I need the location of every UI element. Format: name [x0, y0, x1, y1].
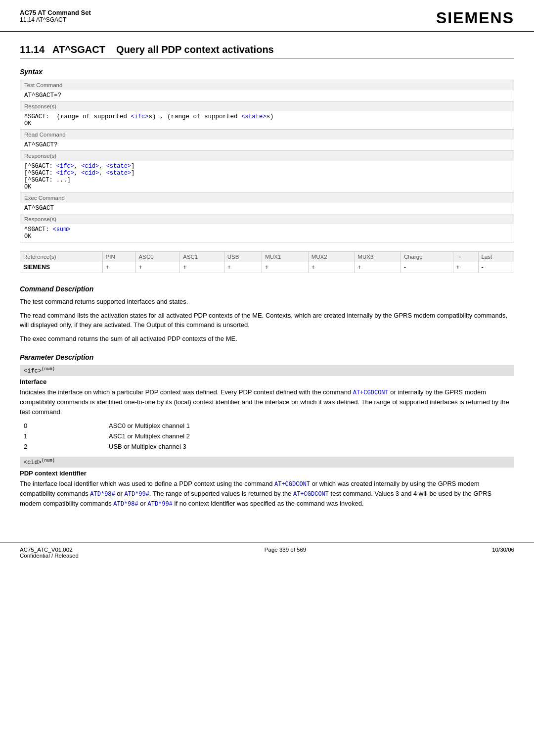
footer-doc-version: AC75_ATC_V01.002 Confidential / Released [20, 547, 79, 559]
ifc-param-desc: Indicates the interface on which a parti… [20, 387, 514, 417]
test-cmd-label: Test Command [20, 80, 514, 91]
cmd-desc-heading: Command Description [20, 285, 514, 293]
page-footer: AC75_ATC_V01.002 Confidential / Released… [0, 542, 534, 563]
read-cmd-response-label-row: Response(s) [20, 151, 514, 161]
reference-table: Reference(s) PIN ASC0 ASC1 USB MUX1 MUX2… [20, 251, 514, 273]
cmd-desc-para-3: The exec command returns the sum of all … [20, 334, 514, 344]
exec-cmd-response-label: Response(s) [20, 214, 514, 225]
syntax-label: Syntax [20, 68, 514, 76]
ref-col-asc1: ASC1 [180, 252, 224, 262]
ref-val-siemens: SIEMENS [20, 262, 103, 273]
ref-value-row: SIEMENS + + + + + + + - + - [20, 262, 514, 273]
ifc-val-1: 1 ASC1 or Multiplex channel 2 [20, 431, 514, 441]
ifc-val-0-desc: ASC0 or Multiplex channel 1 [109, 421, 514, 431]
ref-col-asc0: ASC0 [135, 252, 180, 262]
ref-val-arrow: + [453, 262, 478, 273]
ref-col-references: Reference(s) [20, 252, 103, 262]
ref-col-arrow: → [453, 252, 478, 262]
ifc-val-1-desc: ASC1 or Multiplex channel 2 [109, 431, 514, 441]
test-cmd-response: ^SGACT: (range of supported <ifc>s) , (r… [20, 111, 514, 130]
read-cmd-response-row: [^SGACT: <ifc>, <cid>, <state>] [^SGACT:… [20, 161, 514, 193]
footer-right: 10/30/06 [492, 547, 514, 559]
ref-val-last: - [478, 262, 514, 273]
ref-val-mux3: + [355, 262, 401, 273]
footer-left: AC75_ATC_V01.002 Confidential / Released [20, 547, 79, 559]
ref-col-usb: USB [224, 252, 262, 262]
read-cmd-content-row: AT^SGACT? [20, 140, 514, 151]
test-cmd-label-row: Test Command [20, 80, 514, 91]
ifc-param-box: <ifc>(num) [20, 365, 514, 376]
section-title: AT^SGACT [52, 44, 105, 55]
exec-cmd-response-label-row: Response(s) [20, 214, 514, 225]
ref-header-row: Reference(s) PIN ASC0 ASC1 USB MUX1 MUX2… [20, 252, 514, 262]
ifc-val-2-key: 2 [20, 441, 109, 452]
ref-val-pin: + [102, 262, 135, 273]
section-number: 11.14 [20, 44, 44, 55]
exec-cmd-label-row: Exec Command [20, 193, 514, 203]
ref-col-mux1: MUX1 [262, 252, 309, 262]
test-cmd-response-label-row: Response(s) [20, 101, 514, 112]
cid-param-desc: The interface local identifier which was… [20, 479, 514, 509]
section-subtitle: Query all PDP context activations [116, 44, 274, 55]
ref-val-mux2: + [308, 262, 355, 273]
ref-val-mux1: + [262, 262, 309, 273]
read-cmd-label-row: Read Command [20, 130, 514, 140]
test-cmd-content-row: AT^SGACT=? [20, 90, 514, 101]
test-cmd-response-label: Response(s) [20, 101, 514, 112]
read-cmd-response-label: Response(s) [20, 151, 514, 161]
ref-val-asc0: + [135, 262, 180, 273]
ifc-values-table: 0 ASC0 or Multiplex channel 1 1 ASC1 or … [20, 421, 514, 452]
command-table: Test Command AT^SGACT=? Response(s) ^SGA… [20, 80, 514, 242]
doc-title: AC75 AT Command Set [20, 9, 91, 16]
ifc-val-2-desc: USB or Multiplex channel 3 [109, 441, 514, 452]
cmd-desc-para-2: The read command lists the activation st… [20, 311, 514, 330]
ref-col-pin: PIN [102, 252, 135, 262]
ifc-val-1-key: 1 [20, 431, 109, 441]
read-cmd-label: Read Command [20, 130, 514, 140]
exec-cmd-response-row: ^SGACT: <sum> OK [20, 224, 514, 242]
cid-superscript: (num) [42, 458, 55, 463]
doc-subtitle: 11.14 AT^SGACT [20, 16, 91, 23]
ref-val-charge: - [400, 262, 453, 273]
exec-cmd-response: ^SGACT: <sum> OK [20, 224, 514, 242]
ifc-param-title: Interface [20, 378, 514, 385]
exec-cmd-label: Exec Command [20, 193, 514, 203]
exec-cmd-command: AT^SGACT [20, 203, 514, 214]
ref-col-mux3: MUX3 [355, 252, 401, 262]
cid-param-title: PDP context identifier [20, 470, 514, 477]
cmd-desc-para-1: The test command returns supported inter… [20, 297, 514, 307]
test-cmd-response-row: ^SGACT: (range of supported <ifc>s) , (r… [20, 111, 514, 130]
ref-col-mux2: MUX2 [308, 252, 355, 262]
page-header: AC75 AT Command Set 11.14 AT^SGACT SIEME… [0, 0, 534, 32]
ifc-val-2: 2 USB or Multiplex channel 3 [20, 441, 514, 452]
ifc-superscript: (num) [42, 367, 55, 372]
param-desc-heading: Parameter Description [20, 353, 514, 361]
footer-center: Page 339 of 569 [265, 547, 306, 559]
exec-cmd-content-row: AT^SGACT [20, 203, 514, 214]
header-left: AC75 AT Command Set 11.14 AT^SGACT [20, 9, 91, 23]
read-cmd-response: [^SGACT: <ifc>, <cid>, <state>] [^SGACT:… [20, 161, 514, 193]
section-heading: 11.14 AT^SGACT Query all PDP context act… [20, 44, 514, 59]
ifc-val-0: 0 ASC0 or Multiplex channel 1 [20, 421, 514, 431]
ifc-val-0-key: 0 [20, 421, 109, 431]
ref-val-asc1: + [180, 262, 224, 273]
main-content: 11.14 AT^SGACT Query all PDP context act… [0, 32, 534, 522]
test-cmd-command: AT^SGACT=? [20, 90, 514, 101]
read-cmd-command: AT^SGACT? [20, 140, 514, 151]
ref-val-usb: + [224, 262, 262, 273]
cid-param-box: <cid>(num) [20, 457, 514, 468]
ref-col-last: Last [478, 252, 514, 262]
brand-logo: SIEMENS [436, 9, 514, 27]
ref-col-charge: Charge [400, 252, 453, 262]
